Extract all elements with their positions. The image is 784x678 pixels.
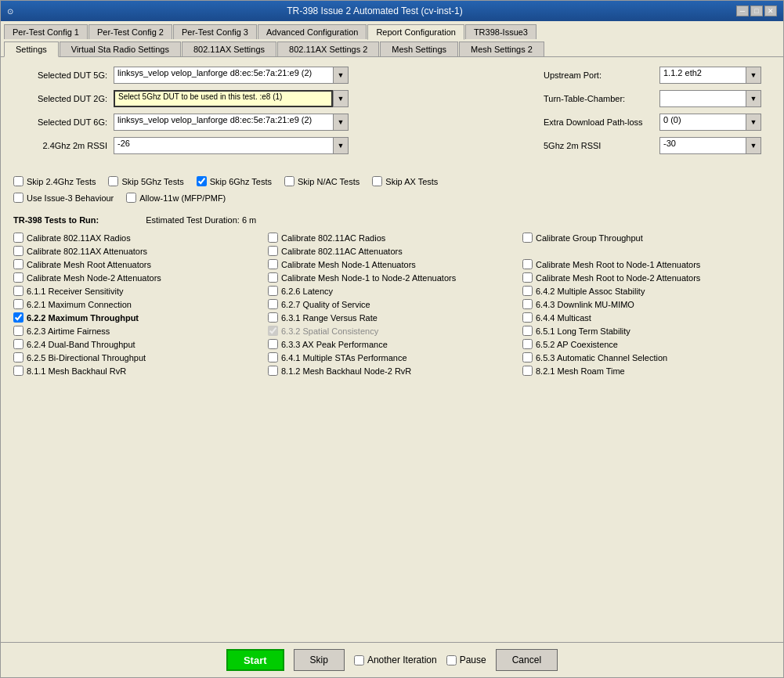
test-627-quality-of-service[interactable]: 6.2.7 Quality of Service (268, 299, 516, 309)
test-625-bi-directional[interactable]: 6.2.5 Bi-Directional Throughput (13, 352, 262, 362)
rssi-5ghz-label: 5Ghz 2m RSSI (544, 141, 653, 150)
allow-11w-label: Allow-11w (MFP/PMF) (139, 193, 226, 203)
skip-5ghz-checkbox-label[interactable]: Skip 5Ghz Tests (108, 176, 183, 186)
dut-2g-row: Selected DUT 2G: Select 5Ghz DUT to be u… (13, 90, 528, 107)
start-button[interactable]: Start (226, 649, 284, 671)
test-623-airtime-fairness[interactable]: 6.2.3 Airtime Fairness (13, 326, 262, 336)
close-button[interactable]: ✕ (764, 5, 777, 16)
tab-per-test-config-2[interactable]: Per-Test Config 2 (89, 24, 172, 39)
test-812-mesh-backhaul-node2[interactable]: 8.1.2 Mesh Backhaul Node-2 RvR (268, 366, 516, 376)
upstream-port-select[interactable]: 1.1.2 eth2 (659, 67, 746, 84)
skip-ax-checkbox-label[interactable]: Skip AX Tests (372, 176, 438, 186)
test-calibrate-mesh-root-attenuators[interactable]: Calibrate Mesh Root Attenuators (13, 259, 262, 269)
dut-5g-dropdown-btn[interactable]: ▼ (333, 67, 349, 84)
tab-per-test-config-1[interactable]: Per-Test Config 1 (4, 24, 88, 39)
dut-5g-select[interactable]: linksys_velop velop_lanforge d8:ec:5e:7a… (114, 67, 333, 84)
tab-advanced-configuration[interactable]: Advanced Configuration (258, 24, 367, 39)
test-621-maximum-connection[interactable]: 6.2.1 Maximum Connection (13, 299, 262, 309)
dut-2g-label: Selected DUT 2G: (13, 94, 107, 103)
use-issue3-checkbox[interactable] (13, 193, 23, 203)
turn-table-select[interactable] (659, 90, 746, 107)
test-821-mesh-roam-time[interactable]: 8.2.1 Mesh Roam Time (522, 366, 771, 376)
test-622-maximum-throughput[interactable]: 6.2.2 Maximum Throughput (13, 312, 262, 323)
test-652-ap-coexistence[interactable]: 6.5.2 AP Coexistence (522, 339, 771, 349)
dut-6g-row: Selected DUT 6G: linksys_velop velop_lan… (13, 114, 528, 131)
dut-2g-select[interactable]: Select 5Ghz DUT to be used in this test.… (114, 90, 333, 107)
skip-6ghz-checkbox-label[interactable]: Skip 6Ghz Tests (197, 176, 272, 186)
sub-tab-virtual-sta[interactable]: Virtual Sta Radio Settings (60, 41, 181, 56)
tab-tr398-issue3[interactable]: TR398-Issue3 (465, 24, 537, 39)
use-issue3-label: Use Issue-3 Behaviour (27, 193, 114, 203)
tests-grid: Calibrate 802.11AX Radios Calibrate 802.… (13, 233, 771, 376)
test-811-mesh-backhaul-rvr[interactable]: 8.1.1 Mesh Backhaul RvR (13, 366, 262, 376)
test-626-latency[interactable]: 6.2.6 Latency (268, 286, 516, 296)
skip-button[interactable]: Skip (294, 649, 345, 671)
another-iteration-label: Another Iteration (367, 655, 437, 665)
test-calibrate-mesh-node1-attenuators[interactable]: Calibrate Mesh Node-1 Attenuators (268, 259, 516, 269)
turn-table-label: Turn-Table-Chamber: (544, 94, 653, 103)
rssi-5ghz-select[interactable]: -30 (659, 137, 746, 154)
extra-dl-label: Extra Download Path-loss (544, 117, 653, 127)
extra-dl-dropdown-btn[interactable]: ▼ (746, 114, 761, 131)
sub-tab-80211ax[interactable]: 802.11AX Settings (182, 41, 276, 56)
upstream-port-dropdown-btn[interactable]: ▼ (746, 67, 761, 84)
use-issue3-checkbox-label[interactable]: Use Issue-3 Behaviour (13, 193, 114, 203)
extra-dl-select[interactable]: 0 (0) (659, 114, 746, 131)
test-calibrate-mesh-node1-node2-attenuators[interactable]: Calibrate Mesh Node-1 to Node-2 Attenuat… (268, 272, 516, 283)
test-643-downlink-mu-mimo[interactable]: 6.4.3 Downlink MU-MIMO (522, 299, 771, 309)
skip-24ghz-checkbox[interactable] (13, 176, 23, 186)
test-653-automatic-channel[interactable]: 6.5.3 Automatic Channel Selection (522, 352, 771, 362)
cancel-button[interactable]: Cancel (496, 649, 558, 671)
sub-tab-80211ax-2[interactable]: 802.11AX Settings 2 (277, 41, 379, 56)
skip-ax-checkbox[interactable] (372, 176, 382, 186)
test-631-range-versus-rate[interactable]: 6.3.1 Range Versus Rate (268, 312, 516, 323)
turn-table-dropdown-btn[interactable]: ▼ (746, 90, 761, 107)
window-controls: ─ □ ✕ (736, 5, 777, 16)
test-calibrate-80211ax-attenuators[interactable]: Calibrate 802.11AX Attenuators (13, 246, 262, 256)
skip-6ghz-checkbox[interactable] (197, 176, 207, 186)
test-calibrate-80211ax-radios[interactable]: Calibrate 802.11AX Radios (13, 233, 262, 243)
sub-tab-settings[interactable]: Settings (4, 41, 59, 57)
test-632-spatial-consistency[interactable]: 6.3.2 Spatial Consistency (268, 326, 516, 336)
another-iteration-checkbox-label[interactable]: Another Iteration (354, 655, 437, 665)
dut-6g-dropdown-btn[interactable]: ▼ (333, 114, 349, 131)
test-calibrate-group-throughput[interactable]: Calibrate Group Throughput (522, 233, 771, 243)
skip-nac-checkbox[interactable] (284, 176, 294, 186)
allow-11w-checkbox[interactable] (126, 193, 136, 203)
dut-5g-label: Selected DUT 5G: (13, 70, 107, 80)
extra-dl-wrapper: 0 (0) ▼ (659, 114, 761, 131)
test-624-dual-band-throughput[interactable]: 6.2.4 Dual-Band Throughput (13, 339, 262, 349)
test-644-multicast[interactable]: 6.4.4 Multicast (522, 312, 771, 323)
rssi-5ghz-dropdown-btn[interactable]: ▼ (746, 137, 761, 154)
test-calibrate-mesh-root-node2-attenuators[interactable]: Calibrate Mesh Root to Node-2 Attenuator… (522, 272, 771, 283)
sub-tab-mesh-settings[interactable]: Mesh Settings (380, 41, 458, 56)
tr398-label: TR-398 Tests to Run: (13, 215, 99, 225)
test-calibrate-80211ac-radios[interactable]: Calibrate 802.11AC Radios (268, 233, 516, 243)
tab-report-configuration[interactable]: Report Configuration (367, 24, 464, 40)
skip-24ghz-checkbox-label[interactable]: Skip 2.4Ghz Tests (13, 176, 96, 186)
skip-5ghz-checkbox[interactable] (108, 176, 118, 186)
sub-tab-mesh-settings-2[interactable]: Mesh Settings 2 (459, 41, 544, 56)
test-calibrate-80211ac-attenuators[interactable]: Calibrate 802.11AC Attenuators (268, 246, 516, 256)
test-651-long-term-stability[interactable]: 6.5.1 Long Term Stability (522, 326, 771, 336)
skip-nac-checkbox-label[interactable]: Skip N/AC Tests (284, 176, 359, 186)
pause-checkbox[interactable] (446, 655, 457, 665)
minimize-button[interactable]: ─ (736, 5, 749, 16)
rssi-24ghz-select[interactable]: -26 (114, 137, 333, 154)
rssi-24ghz-dropdown-btn[interactable]: ▼ (333, 137, 349, 154)
tab-per-test-config-3[interactable]: Per-Test Config 3 (173, 24, 257, 39)
test-642-multiple-assoc[interactable]: 6.4.2 Multiple Assoc Stability (522, 286, 771, 296)
allow-11w-checkbox-label[interactable]: Allow-11w (MFP/PMF) (126, 193, 226, 203)
empty-cell-1 (522, 246, 771, 256)
pause-checkbox-label[interactable]: Pause (446, 655, 486, 665)
test-641-multiple-stas[interactable]: 6.4.1 Multiple STAs Performance (268, 352, 516, 362)
dut-6g-select[interactable]: linksys_velop velop_lanforge d8:ec:5e:7a… (114, 114, 333, 131)
another-iteration-checkbox[interactable] (354, 655, 364, 665)
test-633-ax-peak-performance[interactable]: 6.3.3 AX Peak Performance (268, 339, 516, 349)
test-calibrate-mesh-node2-attenuators[interactable]: Calibrate Mesh Node-2 Attenuators (13, 272, 262, 283)
test-611-receiver-sensitivity[interactable]: 6.1.1 Receiver Sensitivity (13, 286, 262, 296)
dut-2g-dropdown-btn[interactable]: ▼ (333, 90, 349, 107)
test-calibrate-mesh-root-node1-attenuators[interactable]: Calibrate Mesh Root to Node-1 Attenuator… (522, 259, 771, 269)
maximize-button[interactable]: □ (750, 5, 763, 16)
skip-6ghz-label: Skip 6Ghz Tests (210, 177, 272, 186)
